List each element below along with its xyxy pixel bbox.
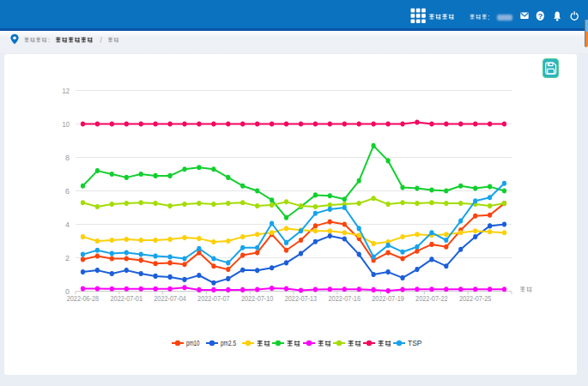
svg-text:2022-07-13: 2022-07-13 xyxy=(285,293,318,303)
svg-text:2022-07-25: 2022-07-25 xyxy=(459,293,492,303)
svg-text:pm10: pm10 xyxy=(186,339,200,347)
svg-text:2022-07-19: 2022-07-19 xyxy=(372,293,404,303)
svg-text:2022-07-07: 2022-07-07 xyxy=(197,293,230,303)
svg-text:2022-07-10: 2022-07-10 xyxy=(241,293,274,303)
svg-text:pm2.5: pm2.5 xyxy=(221,339,236,347)
svg-text:2022-07-22: 2022-07-22 xyxy=(415,293,447,303)
svg-text:2022-07-16: 2022-07-16 xyxy=(329,293,361,303)
svg-text:2: 2 xyxy=(65,254,70,262)
svg-text:2022-07-04: 2022-07-04 xyxy=(154,293,186,303)
svg-text:10: 10 xyxy=(63,120,70,129)
svg-text:4: 4 xyxy=(65,220,70,229)
svg-text:TSP: TSP xyxy=(408,339,422,347)
svg-text:8: 8 xyxy=(65,154,70,162)
svg-text:12: 12 xyxy=(63,87,70,95)
svg-text:2022-07-01: 2022-07-01 xyxy=(111,293,143,303)
svg-text:2022-06-28: 2022-06-28 xyxy=(67,293,100,303)
svg-text:6: 6 xyxy=(65,187,70,196)
